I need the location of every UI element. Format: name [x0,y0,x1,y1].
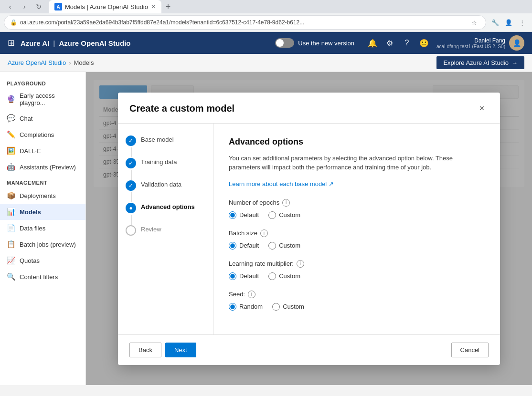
sidebar-item-chat[interactable]: 💬 Chat [0,110,85,126]
browser-tab-active[interactable]: A Models | Azure OpenAI Studio ✕ [49,0,161,13]
epochs-default-option[interactable]: Default [229,211,259,219]
sidebar-section-management: Management [0,175,85,188]
wizard-description: You can set additional parameters by sel… [229,154,485,172]
sidebar-item-label-models: Models [20,208,41,216]
sidebar-item-models[interactable]: 📊 Models [0,204,85,220]
browser-forward-btn[interactable]: › [18,0,31,13]
address-bar[interactable]: 🔒 oai.azure.com/portal/23a59ae2da694b3fa… [4,15,486,30]
settings-btn[interactable]: ⚙ [383,36,396,50]
emoji-btn[interactable]: 🙂 [417,36,431,50]
next-button[interactable]: Next [165,343,196,357]
batch-custom-label: Custom [279,242,300,249]
lr-custom-radio[interactable] [268,272,276,280]
lr-default-label: Default [239,272,259,280]
wizard-content-title: Advanced options [229,137,485,147]
sidebar-item-deployments[interactable]: 📦 Deployments [0,188,85,204]
user-avatar: 👤 [509,35,524,51]
seed-info-icon[interactable]: i [248,291,255,298]
learning-rate-label: Learning rate multiplier: i [229,260,485,268]
seed-label: Seed: i [229,291,485,298]
seed-random-radio[interactable] [229,303,236,311]
batch-custom-radio[interactable] [268,242,276,250]
epochs-default-radio[interactable] [229,211,236,219]
sidebar-item-content-filters[interactable]: 🔍 Content filters [0,269,85,285]
learning-rate-info-icon[interactable]: i [297,260,304,268]
wizard-content: Advanced options You can set additional … [213,124,500,334]
sidebar-item-label-deployments: Deployments [20,192,56,199]
wizard-step-advanced-options: ● Advanced options [126,202,205,225]
lock-icon: 🔒 [10,19,17,26]
batch-custom-option[interactable]: Custom [268,242,300,250]
seed-custom-option[interactable]: Custom [272,303,304,311]
step-label-base-model: Base model [141,135,174,143]
epochs-option-group: Number of epochs i Default [229,199,485,219]
learn-more-link[interactable]: Learn more about each base model ↗ [229,180,334,188]
help-btn[interactable]: ? [400,36,414,50]
batch-size-label: Batch size i [229,229,485,237]
chat-icon: 💬 [7,114,16,123]
sidebar-item-assistants[interactable]: 🤖 Assistants (Preview) [0,159,85,175]
app-header: ⊞ Azure AI | Azure OpenAI Studio Use the… [0,32,532,54]
breadcrumb: Azure OpenAI Studio › Models [8,59,94,66]
tab-bar: ‹ › ↻ A Models | Azure OpenAI Studio ✕ + [0,0,532,13]
batch-size-option-group: Batch size i Default [229,229,485,250]
tab-favicon: A [54,3,62,10]
app-container: ⊞ Azure AI | Azure OpenAI Studio Use the… [0,32,532,385]
tab-close-btn[interactable]: ✕ [151,3,156,10]
learning-rate-radio-group: Default Custom [229,272,485,280]
address-text: oai.azure.com/portal/23a59ae2da694b3fab7… [20,19,466,26]
step-connector-1 [131,147,132,157]
user-name: Daniel Fang [436,37,505,44]
lr-default-option[interactable]: Default [229,272,259,280]
batch-default-option[interactable]: Default [229,242,259,250]
sidebar-item-quotas[interactable]: 📈 Quotas [0,252,85,269]
batch-size-info-icon[interactable]: i [260,229,268,237]
epochs-info-icon[interactable]: i [282,199,290,207]
content-filters-icon: 🔍 [7,272,16,281]
seed-random-label: Random [239,303,263,310]
epochs-custom-radio[interactable] [268,211,276,219]
assistants-icon: 🤖 [7,163,16,171]
breadcrumb-link[interactable]: Azure OpenAI Studio [8,59,66,66]
seed-random-option[interactable]: Random [229,303,263,311]
modal-header: Create a custom model × [118,93,500,124]
explore-ai-studio-btn[interactable]: Explore Azure AI Studio → [436,56,524,69]
sidebar-item-completions[interactable]: ✏️ Completions [0,126,85,143]
epochs-custom-label: Custom [279,211,300,219]
browser-back-btn[interactable]: ‹ [4,0,16,13]
step-connector-4 [131,215,132,225]
more-btn[interactable]: ⋮ [516,16,528,29]
modal-close-btn[interactable]: × [475,102,489,115]
sidebar-item-early-access[interactable]: 🔮 Early access playgro... [0,88,85,110]
lr-custom-label: Custom [279,272,300,280]
completions-icon: ✏️ [7,130,16,139]
back-button[interactable]: Back [129,343,161,357]
cancel-button[interactable]: Cancel [451,343,489,357]
user-info[interactable]: Daniel Fang acai-dfang-test1 (East US 2,… [436,35,524,51]
step-icon-review [126,225,136,236]
extensions-btn[interactable]: 🔧 [489,16,501,29]
sidebar-item-dalle[interactable]: 🖼️ DALL·E [0,143,85,159]
lr-default-radio[interactable] [229,272,236,280]
lr-custom-option[interactable]: Custom [268,272,300,280]
batch-default-radio[interactable] [229,242,236,250]
sidebar-item-batch-jobs[interactable]: 📋 Batch jobs (preview) [0,236,85,252]
seed-custom-radio[interactable] [272,303,280,311]
grid-icon[interactable]: ⊞ [8,38,15,48]
app-brand: Azure AI | Azure OpenAI Studio [21,39,131,47]
seed-option-group: Seed: i Random [229,291,485,311]
browser-refresh-btn[interactable]: ↻ [32,0,45,13]
notification-btn[interactable]: 🔔 [366,36,379,50]
learn-more-text: Learn more about each base model [229,180,327,188]
new-tab-btn[interactable]: + [161,0,175,13]
new-version-toggle-group: Use the new version [275,38,354,48]
main-layout: Playground 🔮 Early access playgro... 💬 C… [0,72,532,385]
sidebar-item-data-files[interactable]: 📄 Data files [0,220,85,236]
address-bar-row: 🔒 oai.azure.com/portal/23a59ae2da694b3fa… [0,13,532,31]
wizard-steps: ✓ Base model ✓ Training data [118,124,213,334]
new-version-toggle[interactable] [275,38,294,48]
sidebar-item-label-data-files: Data files [20,225,45,232]
epochs-custom-option[interactable]: Custom [268,211,300,219]
bookmark-btn[interactable]: ☆ [468,17,480,28]
profile-btn[interactable]: 👤 [502,16,515,29]
